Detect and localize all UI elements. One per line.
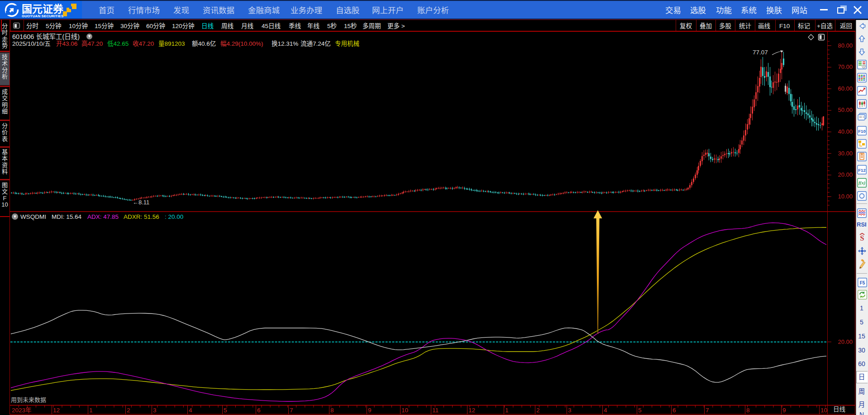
- svg-text:F12: F12: [858, 168, 865, 173]
- svg-text:F5: F5: [860, 280, 865, 285]
- svg-text:f(x): f(x): [858, 180, 865, 186]
- svg-text:F10: F10: [858, 129, 865, 134]
- svg-text:S: S: [860, 234, 864, 242]
